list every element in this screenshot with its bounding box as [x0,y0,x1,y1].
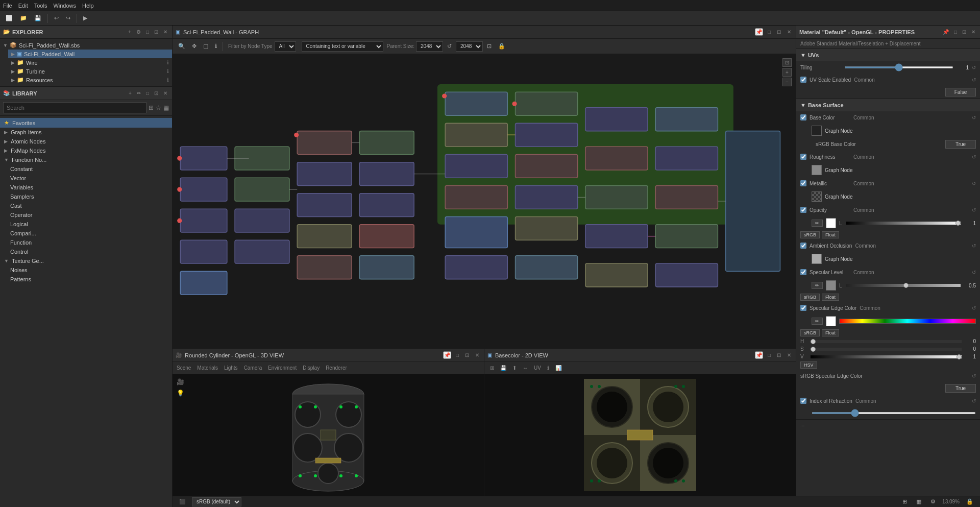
output-size-select[interactable]: 2048 [456,41,483,52]
menu-windows[interactable]: Windows [53,3,76,9]
search-input[interactable] [3,102,146,113]
lib-variables[interactable]: Variables [0,183,172,192]
spec-level-float-btn[interactable]: Float [822,294,839,301]
lights-tab[interactable]: Lights [224,365,238,371]
tiling-slider[interactable] [844,66,953,68]
opacity-checkbox[interactable] [800,207,806,213]
uv-scale-reset-btn[interactable]: ↺ [972,77,976,83]
ior-checkbox[interactable] [800,398,806,404]
2d-export-btn[interactable]: ⬆ [511,365,518,371]
base-color-checkbox[interactable] [800,114,806,120]
spec-level-srgb-btn[interactable]: sRGB [800,294,820,301]
tree-root[interactable]: ▼ 📦 Sci-Fi_Padded_Wall.sbs [0,41,172,50]
srgb-spec-edge-value-btn[interactable]: True [945,384,976,393]
play-btn[interactable]: ▶ [81,14,90,22]
settings-view-btn[interactable]: ⚙ [928,497,938,506]
undo-btn[interactable]: ↩ [52,14,61,22]
explorer-min-btn[interactable]: □ [144,29,151,35]
ambient-reset-btn[interactable]: ↺ [972,243,976,249]
graph-tb-zoom[interactable]: 🔍 [176,42,188,51]
opacity-eyedropper-btn[interactable]: ✏ [812,220,823,227]
opacity-float-btn[interactable]: Float [822,231,839,238]
spec-edge-srgb-btn[interactable]: sRGB [800,329,820,336]
2d-stats-btn[interactable]: 📊 [554,365,563,371]
new-btn[interactable]: ⬜ [3,14,15,22]
explorer-settings-btn[interactable]: ⚙ [135,29,142,35]
base-surface-header[interactable]: ▼ Base Surface [796,99,980,111]
3d-max-btn[interactable]: ⊡ [463,352,471,358]
ior-reset-btn[interactable]: ↺ [972,398,976,404]
lib-samplers[interactable]: Samplers [0,192,172,201]
2d-min-btn[interactable]: □ [766,352,772,358]
spec-level-eyedropper-btn[interactable]: ✏ [812,282,823,289]
spec-edge-eyedropper-btn[interactable]: ✏ [812,318,823,325]
lib-function[interactable]: Function [0,238,172,247]
tree-item-wire[interactable]: ▶ 📁 Wire ℹ [8,58,172,67]
ior-slider[interactable] [812,412,976,414]
opacity-srgb-btn[interactable]: sRGB [800,231,820,238]
props-pin-btn[interactable]: 📌 [941,29,950,35]
graph-canvas[interactable]: ⊡ + − [173,54,796,348]
lib-compare[interactable]: Compari... [0,229,172,238]
explorer-close-btn[interactable]: ✕ [162,29,169,35]
graph-tb-refresh[interactable]: ↺ [445,42,454,51]
menu-help[interactable]: Help [82,3,94,9]
specular-level-reset-btn[interactable]: ↺ [972,270,976,275]
props-max-btn[interactable]: ⊡ [961,29,968,35]
2d-canvas[interactable] [484,374,796,496]
lib-logical[interactable]: Logical [0,220,172,229]
2d-mode-btn[interactable]: ↔ [521,365,529,371]
lib-operator[interactable]: Operator [0,210,172,220]
lib-close-btn[interactable]: ✕ [162,90,169,96]
graph-tb-move[interactable]: ✥ [189,42,199,51]
lib-cast[interactable]: Cast [0,201,172,210]
list-view-btn[interactable]: ▦ [914,497,924,506]
containing-select[interactable]: Containing text or variable [302,41,383,52]
metallic-reset-btn[interactable]: ↺ [972,181,976,186]
grid-view-btn[interactable]: ⊞ [900,497,910,506]
3d-min-btn[interactable]: □ [454,352,460,358]
search-grid-btn[interactable]: ▦ [163,104,169,111]
format-select[interactable]: sRGB (default) [192,497,241,506]
lib-constant[interactable]: Constant [0,164,172,174]
hsv-btn[interactable]: HSV [800,361,817,369]
roughness-checkbox[interactable] [800,154,806,160]
search-star-btn[interactable]: ☆ [156,104,161,111]
tiling-reset-btn[interactable]: ↺ [972,65,976,70]
lib-control[interactable]: Control [0,247,172,256]
graph-max-btn[interactable]: ⊡ [775,29,782,35]
display-tab[interactable]: Display [303,365,320,371]
materials-tab[interactable]: Materials [197,365,218,371]
environment-tab[interactable]: Environment [268,365,297,371]
renderer-tab[interactable]: Renderer [326,365,347,371]
2d-save-btn[interactable]: 💾 [499,365,508,371]
lib-noises[interactable]: Noises [0,265,172,275]
opacity-reset-btn[interactable]: ↺ [972,207,976,213]
graph-tb-info[interactable]: ℹ [212,42,219,51]
graph-zoom-in-btn[interactable]: + [782,68,792,77]
graph-close-btn[interactable]: ✕ [786,29,793,35]
ambient-checkbox[interactable] [800,243,806,249]
lib-texture-gen[interactable]: ▼ Texture Ge... [0,256,172,265]
spec-edge-checkbox[interactable] [800,305,806,311]
menu-tools[interactable]: Tools [34,3,47,9]
open-btn[interactable]: 📁 [17,14,30,22]
graph-zoom-fit-btn[interactable]: ⊡ [782,58,792,67]
menu-edit[interactable]: Edit [18,3,28,9]
tree-item-turbine[interactable]: ▶ 📁 Turbine ℹ [8,67,172,76]
uv-scale-value-btn[interactable]: False [945,88,976,96]
3d-canvas[interactable]: 🎥 💡 [173,374,484,496]
spec-edge-float-btn[interactable]: Float [822,329,839,336]
lock-btn[interactable]: 🔒 [964,497,976,506]
roughness-reset-btn[interactable]: ↺ [972,154,976,160]
search-filter-btn[interactable]: ⊞ [149,104,154,111]
2d-pin-btn[interactable]: 📌 [755,351,763,359]
lib-add-btn[interactable]: + [127,90,133,96]
uv-scale-checkbox[interactable] [800,77,806,83]
graph-tb-fit[interactable]: ⊡ [484,42,494,51]
2d-max-btn[interactable]: ⊡ [775,352,782,358]
lib-pencil-btn[interactable]: ✏ [135,90,142,96]
base-color-reset-btn[interactable]: ↺ [972,115,976,120]
status-expand-btn[interactable]: ⬛ [177,498,188,505]
graph-min-btn[interactable]: □ [766,29,772,35]
